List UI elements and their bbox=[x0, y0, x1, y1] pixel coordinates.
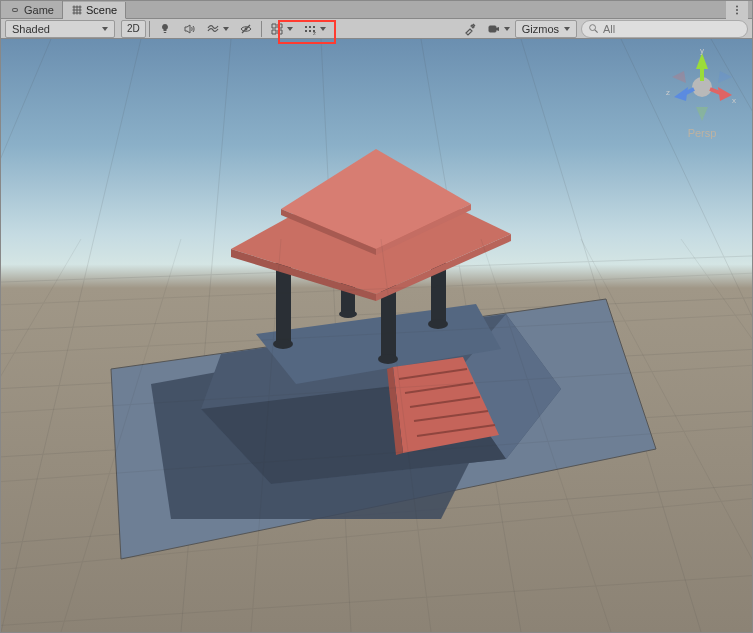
separator bbox=[261, 21, 262, 37]
projection-label: Persp bbox=[662, 127, 742, 139]
tabbar: Game Scene bbox=[1, 1, 752, 19]
svg-marker-67 bbox=[696, 53, 708, 69]
separator bbox=[149, 21, 150, 37]
hidden-toggle[interactable] bbox=[234, 20, 258, 38]
grid-snap-dropdown[interactable] bbox=[265, 20, 298, 38]
search-input[interactable] bbox=[603, 23, 741, 35]
effects-icon bbox=[206, 22, 220, 36]
gizmos-dropdown[interactable]: Gizmos bbox=[515, 20, 577, 38]
camera-icon bbox=[487, 22, 501, 36]
scene-viewport[interactable]: y x z Persp bbox=[1, 39, 752, 632]
chevron-down-icon bbox=[320, 27, 326, 31]
gizmos-label: Gizmos bbox=[522, 23, 559, 35]
tab-menu-button[interactable] bbox=[726, 1, 748, 19]
light-icon bbox=[158, 22, 172, 36]
chevron-down-icon bbox=[564, 27, 570, 31]
tools-icon bbox=[463, 22, 477, 36]
axis-y-label: y bbox=[700, 47, 704, 55]
svg-marker-69 bbox=[718, 87, 732, 101]
shading-mode-dropdown[interactable]: Shaded bbox=[5, 20, 115, 38]
svg-point-0 bbox=[736, 9, 738, 11]
orientation-gizmo-svg: y x z bbox=[662, 47, 742, 127]
lighting-toggle[interactable] bbox=[153, 20, 177, 38]
svg-line-4 bbox=[242, 25, 250, 33]
hidden-icon bbox=[239, 22, 253, 36]
svg-rect-6 bbox=[489, 26, 496, 32]
2d-label: 2D bbox=[127, 23, 140, 34]
effects-dropdown[interactable] bbox=[201, 20, 234, 38]
search-icon bbox=[588, 23, 599, 34]
tools-button[interactable] bbox=[458, 20, 482, 38]
svg-marker-71 bbox=[674, 87, 688, 101]
tab-options bbox=[726, 1, 752, 18]
snap-grid-icon bbox=[270, 22, 284, 36]
axis-x-label: x bbox=[732, 96, 736, 105]
search-field[interactable] bbox=[581, 20, 748, 38]
snap-icon: z bbox=[303, 22, 317, 36]
grid-icon bbox=[71, 4, 83, 16]
svg-point-7 bbox=[590, 25, 596, 31]
chevron-down-icon bbox=[287, 27, 293, 31]
toolbar: Shaded 2D z bbox=[1, 19, 752, 39]
svg-marker-73 bbox=[696, 107, 708, 121]
svg-point-2 bbox=[736, 12, 738, 14]
2d-toggle[interactable]: 2D bbox=[121, 20, 146, 38]
svg-point-1 bbox=[736, 5, 738, 7]
chevron-down-icon bbox=[504, 27, 510, 31]
chevron-down-icon bbox=[223, 27, 229, 31]
link-icon bbox=[9, 4, 21, 16]
orientation-gizmo[interactable]: y x z Persp bbox=[662, 47, 742, 157]
scene-window: Game Scene Shaded 2D bbox=[0, 0, 753, 633]
sky-background bbox=[1, 39, 752, 632]
chevron-down-icon bbox=[102, 27, 108, 31]
audio-icon bbox=[182, 22, 196, 36]
tab-game-label: Game bbox=[24, 4, 54, 16]
camera-dropdown[interactable] bbox=[482, 20, 515, 38]
audio-toggle[interactable] bbox=[177, 20, 201, 38]
menu-icon bbox=[731, 4, 743, 16]
snap-increment-dropdown[interactable]: z bbox=[298, 20, 331, 38]
axis-z-label: z bbox=[666, 88, 670, 97]
tab-game[interactable]: Game bbox=[1, 1, 63, 18]
tab-scene-label: Scene bbox=[86, 4, 117, 16]
tab-scene[interactable]: Scene bbox=[63, 2, 126, 19]
svg-line-8 bbox=[595, 30, 598, 33]
svg-marker-74 bbox=[672, 71, 686, 83]
shading-mode-label: Shaded bbox=[12, 23, 50, 35]
svg-marker-75 bbox=[718, 71, 732, 83]
svg-text:z: z bbox=[313, 30, 316, 36]
